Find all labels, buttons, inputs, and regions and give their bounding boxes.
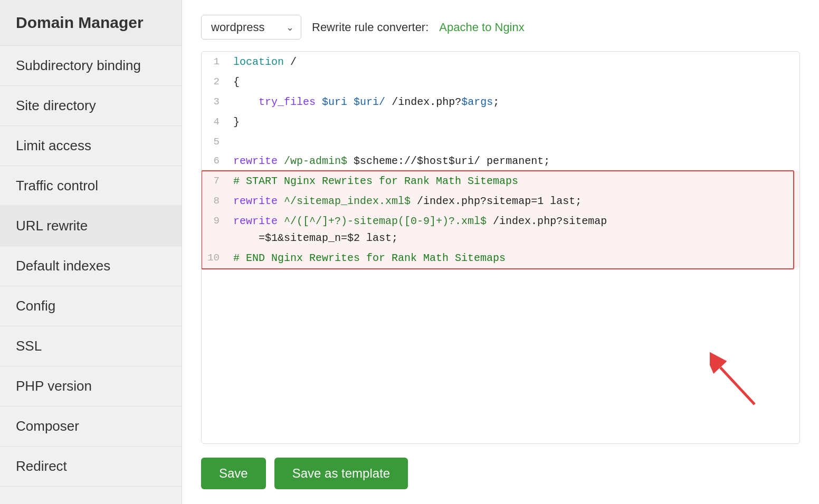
line-number: 7 (202, 172, 229, 189)
toolbar-row: wordpresslaraveldrupaljoomla ⌄ Rewrite r… (201, 15, 800, 40)
line-number: 9 (202, 212, 229, 229)
save-as-template-button[interactable]: Save as template (274, 458, 408, 489)
code-lines: 1location /2{3 try_files $uri $uri/ /ind… (202, 52, 799, 268)
line-number: 5 (202, 133, 229, 150)
sidebar-item-limit-access[interactable]: Limit access (0, 126, 182, 166)
code-line: 3 try_files $uri $uri/ /index.php?$args; (202, 92, 799, 112)
main-content: wordpresslaraveldrupaljoomla ⌄ Rewrite r… (182, 0, 819, 504)
code-line: 2{ (202, 72, 799, 92)
sidebar-item-url-rewrite[interactable]: URL rewrite (0, 206, 182, 246)
code-line: 4} (202, 112, 799, 132)
rewrite-rule-label: Rewrite rule converter: (312, 21, 428, 34)
line-number: 3 (202, 93, 229, 110)
line-content: } (229, 113, 799, 131)
line-content: { (229, 73, 799, 91)
sidebar-item-php-version[interactable]: PHP version (0, 366, 182, 406)
code-editor[interactable]: 1location /2{3 try_files $uri $uri/ /ind… (201, 51, 800, 444)
code-line: 1location / (202, 52, 799, 72)
save-button[interactable]: Save (201, 458, 266, 489)
line-number: 10 (202, 249, 229, 266)
sidebar-item-site-directory[interactable]: Site directory (0, 86, 182, 126)
line-content: # START Nginx Rewrites for Rank Math Sit… (229, 172, 799, 190)
rewrite-rule-link[interactable]: Apache to Nginx (439, 21, 524, 34)
sidebar-item-default-indexes[interactable]: Default indexes (0, 246, 182, 286)
svg-line-1 (720, 367, 755, 404)
code-line: 10# END Nginx Rewrites for Rank Math Sit… (202, 248, 799, 268)
line-content: rewrite /wp-admin$ $scheme://$host$uri/ … (229, 152, 799, 170)
buttons-row: Save Save as template (201, 458, 800, 489)
sidebar-item-domain-manager[interactable]: Domain Manager (0, 0, 182, 46)
line-content: rewrite ^/([^/]+?)-sitemap([0-9]+)?.xml$… (229, 212, 799, 247)
sidebar-item-composer[interactable]: Composer (0, 406, 182, 447)
sidebar-item-redirect[interactable]: Redirect (0, 447, 182, 487)
line-content (229, 133, 799, 134)
site-select[interactable]: wordpresslaraveldrupaljoomla (201, 15, 301, 40)
line-content: location / (229, 53, 799, 71)
sidebar-item-ssl[interactable]: SSL (0, 326, 182, 366)
line-number: 1 (202, 53, 229, 70)
sidebar-item-config[interactable]: Config (0, 286, 182, 326)
line-content: try_files $uri $uri/ /index.php?$args; (229, 93, 799, 111)
line-number: 8 (202, 192, 229, 209)
code-line: 9rewrite ^/([^/]+?)-sitemap([0-9]+)?.xml… (202, 211, 799, 248)
sidebar-item-traffic-control[interactable]: Traffic control (0, 166, 182, 206)
line-content: # END Nginx Rewrites for Rank Math Sitem… (229, 249, 799, 267)
code-line: 5 (202, 132, 799, 151)
sidebar-item-subdirectory-binding[interactable]: Subdirectory binding (0, 46, 182, 86)
line-number: 6 (202, 152, 229, 169)
line-number: 2 (202, 73, 229, 90)
code-line: 8rewrite ^/sitemap_index.xml$ /index.php… (202, 191, 799, 211)
sidebar: Domain ManagerSubdirectory bindingSite d… (0, 0, 182, 504)
line-number: 4 (202, 113, 229, 130)
site-select-wrapper[interactable]: wordpresslaraveldrupaljoomla ⌄ (201, 15, 301, 40)
code-line: 7# START Nginx Rewrites for Rank Math Si… (202, 171, 799, 191)
red-arrow-annotation (710, 352, 757, 412)
code-line: 6rewrite /wp-admin$ $scheme://$host$uri/… (202, 151, 799, 171)
line-content: rewrite ^/sitemap_index.xml$ /index.php?… (229, 192, 799, 210)
